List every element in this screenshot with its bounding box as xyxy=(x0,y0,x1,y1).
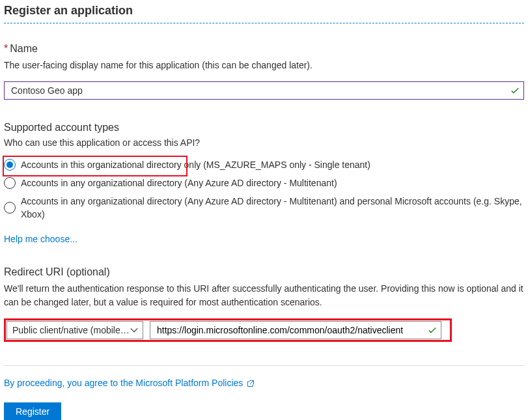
radio-icon xyxy=(4,159,16,171)
required-indicator: * xyxy=(4,43,8,54)
checkmark-icon xyxy=(510,86,520,95)
radio-label: Accounts in any organizational directory xyxy=(21,178,182,188)
page-title: Register an application xyxy=(4,4,524,18)
register-button[interactable]: Register xyxy=(4,402,61,420)
policy-prefix-text: By proceeding, you agree to the xyxy=(4,378,135,388)
radio-label: Accounts in any organizational directory xyxy=(21,196,182,206)
name-input[interactable] xyxy=(10,85,510,96)
redirect-description: We'll return the authentication response… xyxy=(4,282,524,309)
radio-icon xyxy=(4,202,16,214)
help-me-choose-link[interactable]: Help me choose... xyxy=(4,234,77,244)
external-link-icon xyxy=(247,380,255,387)
dropdown-selected-text: Public client/native (mobile ... xyxy=(12,325,130,335)
redirect-row: Public client/native (mobile ... xyxy=(4,318,452,342)
platform-policies-link[interactable]: Microsoft Platform Policies xyxy=(135,378,243,388)
name-label: *Name xyxy=(4,43,524,55)
account-type-option-single-tenant[interactable]: Accounts in this organizational director… xyxy=(4,156,524,174)
redirect-platform-dropdown[interactable]: Public client/native (mobile ... xyxy=(7,321,143,339)
account-types-section: Supported account types Who can use this… xyxy=(4,122,524,244)
checkmark-icon xyxy=(428,326,437,335)
chevron-down-icon xyxy=(130,326,139,335)
account-type-option-multitenant-personal[interactable]: Accounts in any organizational directory… xyxy=(4,192,524,223)
name-input-wrapper[interactable] xyxy=(4,81,524,100)
radio-icon xyxy=(4,177,16,189)
name-section: *Name The user-facing display name for t… xyxy=(4,43,524,100)
redirect-uri-input-wrapper[interactable] xyxy=(150,321,441,339)
radio-label: Accounts in this organizational director… xyxy=(21,160,201,170)
footer-divider xyxy=(4,365,524,366)
radio-label-suffix: (MS_AZURE_MAPS only - Single tenant) xyxy=(201,160,370,170)
account-type-radio-group: Accounts in this organizational director… xyxy=(4,156,524,223)
redirect-uri-input[interactable] xyxy=(156,324,428,336)
account-types-heading: Supported account types xyxy=(4,122,524,133)
name-description: The user-facing display name for this ap… xyxy=(4,59,524,72)
redirect-uri-section: Redirect URI (optional) We'll return the… xyxy=(4,266,524,342)
account-types-who: Who can use this application or access t… xyxy=(4,137,524,148)
title-divider xyxy=(4,23,524,23)
account-type-option-multitenant[interactable]: Accounts in any organizational directory… xyxy=(4,174,524,192)
redirect-heading: Redirect URI (optional) xyxy=(4,266,524,278)
policy-row: By proceeding, you agree to the Microsof… xyxy=(4,378,524,388)
radio-label-suffix: (Any Azure AD directory - Multitenant) xyxy=(182,178,337,188)
